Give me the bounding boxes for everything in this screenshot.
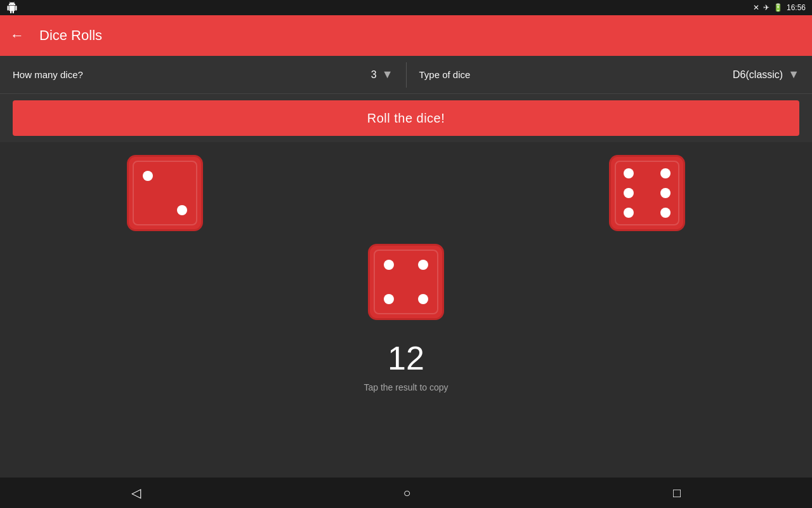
roll-button[interactable]: Roll the dice! — [13, 100, 799, 136]
die-1 — [127, 155, 203, 231]
dot — [177, 205, 187, 215]
type-of-dice-control: Type of dice D6(classic) ▼ — [419, 68, 800, 81]
die-2 — [609, 155, 685, 231]
app-title: Dice Rolls — [39, 27, 102, 44]
dot — [660, 208, 671, 218]
status-bar-left — [6, 2, 18, 13]
airplane-icon: ✈ — [763, 3, 769, 12]
status-bar: ✕ ✈ 🔋 16:56 — [0, 0, 812, 15]
dot — [384, 294, 394, 304]
dot — [624, 168, 634, 178]
nav-bar: ◁ ○ □ — [0, 478, 812, 508]
dot — [418, 260, 428, 270]
dot — [660, 168, 671, 178]
die-3 — [368, 244, 444, 320]
how-many-label: How many dice? — [13, 69, 371, 80]
type-of-dice-label: Type of dice — [419, 69, 733, 80]
result-total[interactable]: 12 — [388, 339, 424, 377]
dot — [143, 171, 153, 181]
status-bar-right: ✕ ✈ 🔋 16:56 — [753, 3, 806, 12]
dice-row-top — [0, 155, 812, 231]
controls-divider — [406, 62, 407, 88]
how-many-control: How many dice? 3 ▼ — [13, 68, 393, 81]
dot — [418, 294, 428, 304]
dot — [384, 260, 394, 270]
dice-row-middle — [0, 244, 812, 320]
type-of-dice-dropdown[interactable]: ▼ — [788, 68, 799, 81]
dot — [660, 188, 671, 198]
result-hint: Tap the result to copy — [363, 382, 448, 392]
roll-button-container: Roll the dice! — [0, 94, 812, 142]
dot — [624, 188, 634, 198]
nav-recents-button[interactable]: □ — [673, 486, 681, 500]
dot — [624, 208, 634, 218]
nav-back-button[interactable]: ◁ — [131, 485, 141, 500]
dice-area: 12 Tap the result to copy — [0, 142, 812, 399]
android-icon — [6, 2, 18, 13]
how-many-value: 3 — [371, 69, 377, 81]
nav-home-button[interactable]: ○ — [403, 486, 410, 500]
no-sim-icon: ✕ — [753, 3, 759, 12]
main-content: 12 Tap the result to copy — [0, 142, 812, 399]
controls-bar: How many dice? 3 ▼ Type of dice D6(class… — [0, 56, 812, 94]
how-many-dropdown[interactable]: ▼ — [382, 68, 393, 81]
battery-icon: 🔋 — [773, 3, 783, 12]
app-bar: ← Dice Rolls — [0, 15, 812, 56]
status-time: 16:56 — [787, 3, 806, 12]
type-of-dice-value: D6(classic) — [733, 69, 783, 81]
back-button[interactable]: ← — [10, 27, 24, 44]
